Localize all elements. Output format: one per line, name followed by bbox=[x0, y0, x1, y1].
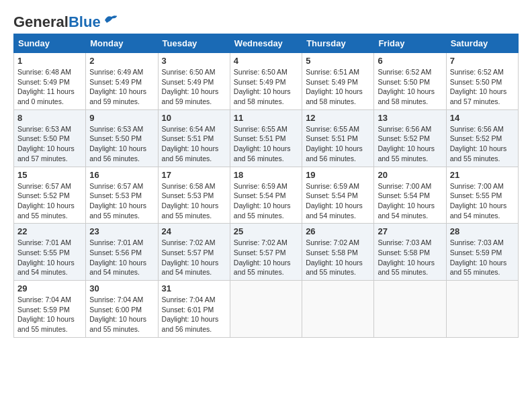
sunrise-label: Sunrise: 7:04 AM bbox=[89, 295, 143, 304]
day-number: 14 bbox=[450, 113, 515, 123]
calendar-cell: 16 Sunrise: 6:57 AM Sunset: 5:53 PM Dayl… bbox=[86, 167, 158, 224]
day-info: Sunrise: 6:48 AM Sunset: 5:49 PM Dayligh… bbox=[17, 67, 82, 107]
sunrise-label: Sunrise: 6:52 AM bbox=[378, 68, 431, 76]
daylight-label: Daylight: 10 hours and 54 minutes. bbox=[89, 259, 146, 277]
sunrise-label: Sunrise: 6:59 AM bbox=[306, 182, 359, 190]
day-number: 18 bbox=[234, 170, 298, 180]
sunset-label: Sunset: 6:00 PM bbox=[89, 306, 142, 314]
day-info: Sunrise: 6:55 AM Sunset: 5:51 PM Dayligh… bbox=[234, 124, 298, 164]
day-number: 5 bbox=[306, 56, 370, 66]
calendar-cell: 3 Sunrise: 6:50 AM Sunset: 5:49 PM Dayli… bbox=[158, 53, 230, 110]
calendar-cell: 23 Sunrise: 7:01 AM Sunset: 5:56 PM Dayl… bbox=[86, 224, 158, 281]
sunset-label: Sunset: 5:55 PM bbox=[450, 191, 502, 199]
sunrise-label: Sunrise: 6:52 AM bbox=[450, 68, 504, 76]
calendar-cell: 5 Sunrise: 6:51 AM Sunset: 5:49 PM Dayli… bbox=[302, 53, 374, 110]
day-number: 2 bbox=[89, 56, 154, 66]
day-info: Sunrise: 7:04 AM Sunset: 6:01 PM Dayligh… bbox=[162, 295, 226, 334]
day-number: 19 bbox=[306, 170, 370, 180]
calendar-cell: 15 Sunrise: 6:57 AM Sunset: 5:52 PM Dayl… bbox=[14, 167, 86, 224]
sunset-label: Sunset: 5:50 PM bbox=[450, 78, 502, 86]
day-number: 30 bbox=[89, 283, 154, 293]
daylight-label: Daylight: 11 hours and 0 minutes. bbox=[17, 87, 75, 105]
daylight-label: Daylight: 10 hours and 55 minutes. bbox=[306, 259, 363, 277]
sunrise-label: Sunrise: 6:53 AM bbox=[17, 125, 71, 133]
day-info: Sunrise: 6:59 AM Sunset: 5:54 PM Dayligh… bbox=[306, 181, 370, 221]
day-number: 12 bbox=[306, 113, 370, 123]
calendar-cell: 1 Sunrise: 6:48 AM Sunset: 5:49 PM Dayli… bbox=[14, 53, 86, 110]
day-number: 28 bbox=[450, 226, 515, 236]
daylight-label: Daylight: 10 hours and 54 minutes. bbox=[17, 259, 75, 277]
day-number: 11 bbox=[234, 113, 298, 123]
day-number: 21 bbox=[450, 170, 515, 180]
week-row-1: 1 Sunrise: 6:48 AM Sunset: 5:49 PM Dayli… bbox=[14, 53, 519, 110]
day-info: Sunrise: 6:53 AM Sunset: 5:50 PM Dayligh… bbox=[89, 124, 154, 164]
daylight-label: Daylight: 10 hours and 57 minutes. bbox=[450, 87, 507, 105]
day-info: Sunrise: 6:52 AM Sunset: 5:50 PM Dayligh… bbox=[378, 67, 442, 107]
calendar-cell: 28 Sunrise: 7:03 AM Sunset: 5:59 PM Dayl… bbox=[446, 224, 518, 281]
daylight-label: Daylight: 10 hours and 58 minutes. bbox=[378, 87, 435, 105]
sunset-label: Sunset: 5:51 PM bbox=[234, 134, 286, 142]
day-number: 4 bbox=[234, 56, 298, 66]
day-number: 8 bbox=[17, 113, 82, 123]
sunset-label: Sunset: 5:49 PM bbox=[89, 78, 142, 86]
daylight-label: Daylight: 10 hours and 54 minutes. bbox=[162, 259, 219, 277]
daylight-label: Daylight: 10 hours and 56 minutes. bbox=[162, 144, 219, 163]
sunset-label: Sunset: 5:50 PM bbox=[89, 134, 142, 142]
day-number: 27 bbox=[378, 226, 442, 236]
col-header-friday: Friday bbox=[374, 34, 446, 53]
calendar-cell: 10 Sunrise: 6:54 AM Sunset: 5:51 PM Dayl… bbox=[158, 109, 230, 167]
daylight-label: Daylight: 10 hours and 55 minutes. bbox=[89, 315, 146, 333]
sunset-label: Sunset: 5:51 PM bbox=[306, 134, 358, 142]
day-number: 26 bbox=[306, 226, 370, 236]
sunset-label: Sunset: 5:58 PM bbox=[306, 248, 358, 257]
sunrise-label: Sunrise: 6:57 AM bbox=[89, 182, 143, 190]
daylight-label: Daylight: 10 hours and 56 minutes. bbox=[89, 144, 146, 163]
col-header-saturday: Saturday bbox=[446, 34, 518, 53]
day-info: Sunrise: 6:58 AM Sunset: 5:53 PM Dayligh… bbox=[162, 181, 226, 221]
day-number: 10 bbox=[162, 113, 226, 123]
calendar-body: 1 Sunrise: 6:48 AM Sunset: 5:49 PM Dayli… bbox=[14, 53, 519, 338]
sunset-label: Sunset: 5:54 PM bbox=[234, 191, 286, 199]
calendar-cell bbox=[374, 281, 446, 338]
week-row-4: 22 Sunrise: 7:01 AM Sunset: 5:55 PM Dayl… bbox=[14, 224, 519, 281]
calendar-cell: 24 Sunrise: 7:02 AM Sunset: 5:57 PM Dayl… bbox=[158, 224, 230, 281]
sunset-label: Sunset: 5:50 PM bbox=[17, 134, 70, 142]
calendar-cell: 14 Sunrise: 6:56 AM Sunset: 5:52 PM Dayl… bbox=[446, 109, 518, 167]
sunset-label: Sunset: 6:01 PM bbox=[162, 306, 214, 314]
day-number: 16 bbox=[89, 170, 154, 180]
calendar-cell: 18 Sunrise: 6:59 AM Sunset: 5:54 PM Dayl… bbox=[230, 167, 302, 224]
sunset-label: Sunset: 5:52 PM bbox=[450, 134, 502, 142]
day-number: 6 bbox=[378, 56, 442, 66]
logo-bird-icon bbox=[103, 13, 118, 26]
daylight-label: Daylight: 10 hours and 58 minutes. bbox=[234, 87, 291, 105]
calendar-cell: 20 Sunrise: 7:00 AM Sunset: 5:54 PM Dayl… bbox=[374, 167, 446, 224]
daylight-label: Daylight: 10 hours and 55 minutes. bbox=[17, 201, 75, 220]
sunrise-label: Sunrise: 6:58 AM bbox=[162, 182, 216, 190]
day-info: Sunrise: 7:01 AM Sunset: 5:55 PM Dayligh… bbox=[17, 238, 82, 277]
daylight-label: Daylight: 10 hours and 55 minutes. bbox=[234, 201, 291, 220]
sunrise-label: Sunrise: 7:04 AM bbox=[162, 295, 216, 304]
col-header-sunday: Sunday bbox=[14, 34, 86, 53]
daylight-label: Daylight: 10 hours and 55 minutes. bbox=[17, 315, 75, 333]
sunrise-label: Sunrise: 6:50 AM bbox=[234, 68, 287, 76]
day-number: 25 bbox=[234, 226, 298, 236]
daylight-label: Daylight: 10 hours and 55 minutes. bbox=[378, 144, 435, 163]
page-header: GeneralBlue bbox=[13, 13, 519, 31]
daylight-label: Daylight: 10 hours and 56 minutes. bbox=[306, 144, 363, 163]
day-info: Sunrise: 7:02 AM Sunset: 5:57 PM Dayligh… bbox=[162, 238, 226, 277]
sunrise-label: Sunrise: 6:48 AM bbox=[17, 68, 71, 76]
daylight-label: Daylight: 10 hours and 54 minutes. bbox=[378, 201, 435, 220]
sunrise-label: Sunrise: 7:02 AM bbox=[162, 238, 216, 246]
day-info: Sunrise: 7:04 AM Sunset: 5:59 PM Dayligh… bbox=[17, 295, 82, 334]
sunset-label: Sunset: 5:59 PM bbox=[17, 306, 70, 314]
day-info: Sunrise: 6:56 AM Sunset: 5:52 PM Dayligh… bbox=[378, 124, 442, 164]
day-number: 23 bbox=[89, 226, 154, 236]
calendar-cell: 26 Sunrise: 7:02 AM Sunset: 5:58 PM Dayl… bbox=[302, 224, 374, 281]
calendar-cell bbox=[446, 281, 518, 338]
sunrise-label: Sunrise: 6:53 AM bbox=[89, 125, 143, 133]
daylight-label: Daylight: 10 hours and 56 minutes. bbox=[162, 315, 219, 333]
day-info: Sunrise: 6:57 AM Sunset: 5:52 PM Dayligh… bbox=[17, 181, 82, 221]
day-info: Sunrise: 7:03 AM Sunset: 5:58 PM Dayligh… bbox=[378, 238, 442, 277]
sunset-label: Sunset: 5:49 PM bbox=[306, 78, 358, 86]
sunrise-label: Sunrise: 6:55 AM bbox=[306, 125, 359, 133]
